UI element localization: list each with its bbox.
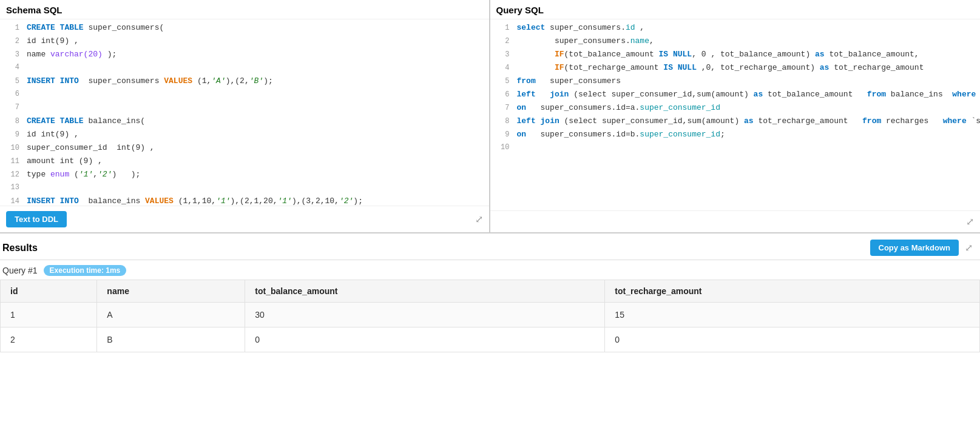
results-actions: Copy as Markdown ⤢ (870, 240, 973, 256)
schema-code-area[interactable]: 1CREATE TABLE super_consumers(2id int(9)… (0, 19, 489, 206)
table-row: 1A3015 (1, 303, 980, 327)
query-expand-icon[interactable]: ⤢ (966, 216, 974, 227)
table-cell: 30 (245, 303, 605, 327)
table-header-cell: tot_recharge_amount (605, 280, 980, 303)
code-line: 6left join (select super_consumer_id,sum… (490, 89, 981, 102)
schema-panel: Schema SQL 1CREATE TABLE super_consumers… (0, 0, 490, 232)
code-line: 11amount int (9) , (0, 155, 489, 169)
table-cell: 2 (1, 327, 97, 352)
line-number: 9 (495, 129, 510, 141)
schema-title: Schema SQL (0, 0, 489, 19)
line-number: 9 (5, 129, 19, 141)
schema-expand-icon[interactable]: ⤢ (475, 213, 483, 225)
code-text: id int(9) , (27, 129, 79, 141)
results-table: idnametot_balance_amounttot_recharge_amo… (0, 280, 980, 352)
code-text: left join (select super_consumer_id,sum(… (517, 115, 981, 128)
code-text: id int(9) , (27, 35, 79, 48)
table-header-cell: name (97, 280, 245, 303)
query-panel: Query SQL 1select super_consumers.id ,2 … (490, 0, 981, 232)
line-number: 7 (5, 102, 19, 113)
table-cell: A (97, 303, 245, 327)
code-line: 13 (0, 182, 489, 195)
code-line: 3 IF(tot_balance_amount IS NULL, 0 , tot… (490, 49, 981, 62)
code-text: IF(tot_balance_amount IS NULL, 0 , tot_b… (517, 49, 919, 61)
line-number: 2 (495, 36, 510, 47)
line-number: 11 (5, 156, 19, 167)
code-line: 1select super_consumers.id , (490, 22, 981, 35)
code-line: 4 (0, 62, 489, 75)
text-to-ddl-button[interactable]: Text to DDL (6, 211, 67, 227)
line-number: 8 (495, 116, 510, 127)
code-line: 5INSERT INTO super_consumers VALUES (1,'… (0, 75, 489, 89)
query-title: Query SQL (490, 0, 981, 19)
line-number: 5 (5, 76, 19, 87)
code-line: 14INSERT INTO balance_ins VALUES (1,1,10… (0, 195, 489, 206)
line-number: 5 (495, 76, 510, 87)
line-number: 3 (5, 49, 19, 61)
code-line: 8CREATE TABLE balance_ins( (0, 115, 489, 129)
line-number: 3 (495, 49, 510, 61)
code-text: CREATE TABLE balance_ins( (27, 115, 145, 128)
copy-markdown-button[interactable]: Copy as Markdown (870, 240, 959, 256)
table-header-cell: id (1, 280, 97, 303)
code-line: 10 (490, 142, 981, 155)
code-line: 8left join (select super_consumer_id,sum… (490, 115, 981, 129)
code-line: 9on super_consumers.id=b.super_consumer_… (490, 129, 981, 142)
code-line: 4 IF(tot_recharge_amount IS NULL ,0, tot… (490, 62, 981, 75)
code-line: 7on super_consumers.id=a.super_consumer_… (490, 102, 981, 115)
table-cell: 0 (245, 327, 605, 352)
code-line: 2 super_consumers.name, (490, 35, 981, 49)
code-text: amount int (9) , (27, 155, 103, 168)
line-number: 4 (495, 62, 510, 74)
code-line: 6 (0, 89, 489, 102)
results-header: Results Copy as Markdown ⤢ (0, 233, 980, 260)
line-number: 13 (5, 182, 19, 193)
results-section: Results Copy as Markdown ⤢ Query #1 Exec… (0, 233, 980, 352)
code-text: left join (select super_consumer_id,sum(… (517, 89, 981, 101)
execution-time-badge: Execution time: 1ms (44, 265, 127, 276)
results-title: Results (2, 243, 38, 253)
line-number: 8 (5, 116, 19, 127)
code-text: on super_consumers.id=a.super_consumer_i… (517, 102, 720, 115)
results-expand-icon[interactable]: ⤢ (965, 242, 973, 253)
code-text: select super_consumers.id , (517, 22, 645, 35)
code-text: super_consumers.name, (517, 35, 654, 48)
line-number: 4 (5, 62, 19, 73)
line-number: 2 (5, 36, 19, 47)
query-footer: ⤢ (490, 210, 981, 232)
line-number: 6 (5, 89, 19, 100)
query-code-area[interactable]: 1select super_consumers.id ,2 super_cons… (490, 19, 981, 210)
table-cell: B (97, 327, 245, 352)
query-label: Query #1 (2, 266, 38, 275)
line-number: 7 (495, 102, 510, 114)
line-number: 1 (5, 22, 19, 34)
line-number: 12 (5, 169, 19, 181)
code-line: 1CREATE TABLE super_consumers( (0, 22, 489, 35)
code-text: CREATE TABLE super_consumers( (27, 22, 164, 35)
code-text: name varchar(20) ); (27, 49, 117, 61)
line-number: 14 (5, 196, 19, 206)
code-text: on super_consumers.id=b.super_consumer_i… (517, 129, 725, 141)
code-line: 2id int(9) , (0, 35, 489, 49)
code-line: 10super_consumer_id int(9) , (0, 142, 489, 155)
line-number: 10 (5, 143, 19, 154)
code-line: 7 (0, 102, 489, 115)
schema-footer: Text to DDL ⤢ (0, 206, 489, 232)
line-number: 1 (495, 22, 510, 34)
code-line: 5from super_consumers (490, 75, 981, 89)
code-text: INSERT INTO super_consumers VALUES (1,'A… (27, 75, 273, 88)
code-line: 3name varchar(20) ); (0, 49, 489, 62)
query-label-row: Query #1 Execution time: 1ms (0, 260, 980, 280)
table-row: 2B00 (1, 327, 980, 352)
code-text: INSERT INTO balance_ins VALUES (1,1,10,'… (27, 195, 363, 206)
table-cell: 15 (605, 303, 980, 327)
code-text: super_consumer_id int(9) , (27, 142, 155, 155)
line-number: 6 (495, 89, 510, 101)
table-cell: 0 (605, 327, 980, 352)
code-line: 9id int(9) , (0, 129, 489, 142)
code-text: from super_consumers (517, 75, 621, 88)
table-cell: 1 (1, 303, 97, 327)
code-line: 12type enum ('1','2') ); (0, 169, 489, 182)
line-number: 10 (495, 142, 510, 153)
code-text: type enum ('1','2') ); (27, 169, 140, 181)
